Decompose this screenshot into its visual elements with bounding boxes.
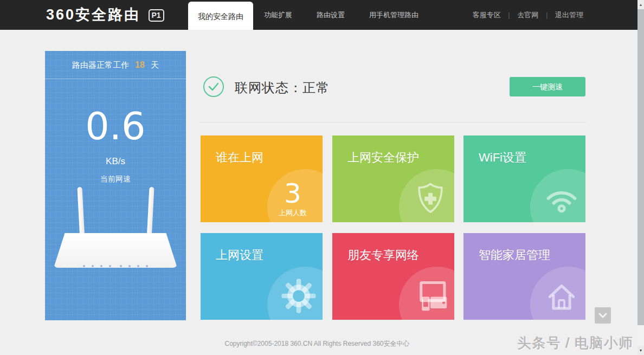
scrollbar-up-arrow-icon[interactable]: ▲: [637, 0, 644, 9]
scrollbar-down-arrow-icon[interactable]: ▼: [637, 346, 644, 355]
check-circle-icon: [203, 76, 224, 98]
router-status-panel: 路由器正常工作 18 天 0.6 KB/s 当前网速: [45, 51, 186, 320]
router-antenna-right: [146, 187, 154, 240]
current-speed-value: 0.6: [45, 104, 186, 149]
online-users-stat: 3 上网人数: [268, 179, 317, 218]
current-speed-unit: KB/s: [45, 156, 186, 167]
vertical-scrollbar[interactable]: ▲ ▼: [637, 0, 644, 355]
router-leds: [45, 260, 186, 269]
link-customer-service[interactable]: 客服专区: [473, 11, 501, 19]
watermark-text: 头条号 / 电脑小师: [517, 334, 633, 353]
tile-title: 智能家居管理: [479, 247, 550, 263]
tab-feature-extensions[interactable]: 功能扩展: [264, 0, 292, 30]
online-users-label: 上网人数: [268, 208, 317, 218]
uptime-days: 18: [135, 60, 145, 69]
tab-my-secure-router[interactable]: 我的安全路由: [188, 2, 253, 30]
online-users-count: 3: [268, 179, 317, 208]
tile-title: 朋友专享网络: [347, 247, 419, 263]
speed-test-button[interactable]: 一键测速: [510, 77, 585, 96]
link-official-site[interactable]: 去官网: [517, 11, 538, 19]
tile-smart-home[interactable]: 智能家居管理: [463, 233, 585, 320]
tile-guest-network[interactable]: 朋友专享网络: [332, 233, 454, 320]
tile-title: 谁在上网: [216, 150, 263, 166]
gear-icon: [279, 276, 318, 315]
header-links: 客服专区 | 去官网 | 退出管理: [473, 0, 583, 30]
link-logout[interactable]: 退出管理: [555, 11, 583, 19]
logo-text: 360安全路由: [46, 7, 140, 23]
home-icon: [542, 276, 581, 315]
shield-plus-icon: [411, 179, 450, 218]
router-illustration: [45, 187, 186, 279]
section-divider: [199, 122, 586, 122]
router-admin-page: 360安全路由 P1 我的安全路由 功能扩展 路由设置 用手机管理路由 客服专区…: [0, 0, 644, 355]
tile-wifi-settings[interactable]: WiFi设置: [463, 135, 585, 222]
chevron-down-icon: [595, 307, 611, 324]
tile-title: 上网安全保护: [347, 150, 419, 166]
current-speed-label: 当前网速: [45, 175, 186, 184]
tab-manage-by-phone[interactable]: 用手机管理路由: [369, 0, 418, 30]
uptime-prefix: 路由器正常工作: [72, 60, 129, 69]
tile-internet-settings[interactable]: 上网设置: [201, 233, 323, 320]
feature-tiles: 谁在上网 3 上网人数 上网安全保护 WiFi设置: [201, 135, 587, 320]
scroll-down-button[interactable]: [595, 307, 611, 324]
top-nav: 360安全路由 P1 我的安全路由 功能扩展 路由设置 用手机管理路由 客服专区…: [0, 0, 644, 30]
uptime-line: 路由器正常工作 18 天: [45, 51, 186, 79]
logo-model-badge: P1: [149, 9, 164, 22]
connection-status-text: 联网状态：正常: [235, 79, 330, 96]
tile-title: WiFi设置: [479, 150, 526, 166]
devices-icon: [411, 276, 450, 315]
link-separator: |: [508, 11, 510, 19]
link-separator: |: [546, 11, 548, 19]
tile-title: 上网设置: [216, 247, 263, 263]
scrollbar-thumb[interactable]: [637, 9, 644, 325]
router-antenna-left: [77, 187, 85, 240]
tile-security-protection[interactable]: 上网安全保护: [332, 135, 454, 222]
uptime-suffix: 天: [151, 60, 159, 69]
wifi-icon: [542, 179, 581, 218]
tile-who-is-online[interactable]: 谁在上网 3 上网人数: [201, 135, 323, 222]
tab-router-settings[interactable]: 路由设置: [317, 0, 345, 30]
logo: 360安全路由 P1: [46, 0, 164, 30]
